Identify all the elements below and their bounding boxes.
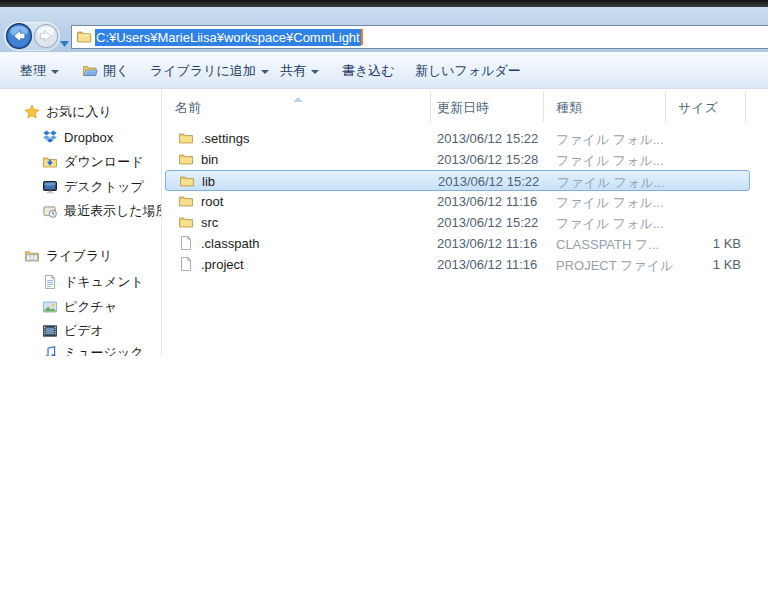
- chevron-down-icon: [261, 70, 269, 74]
- chevron-down-icon: [60, 41, 69, 47]
- burn-button[interactable]: 書き込む: [338, 53, 399, 88]
- new-folder-label: 新しいフォルダー: [415, 62, 521, 80]
- burn-label: 書き込む: [342, 62, 395, 80]
- add-to-library-label: ライブラリに追加: [150, 62, 256, 80]
- column-divider[interactable]: [665, 91, 666, 122]
- recent-places-label: 最近表示した場所: [64, 202, 162, 220]
- file-name: .classpath: [201, 236, 260, 251]
- file-date: 2013/06/12 11:16: [437, 257, 537, 272]
- sidebar-item-recent-places[interactable]: 最近表示した場所: [42, 201, 162, 221]
- table-row-src[interactable]: src 2013/06/12 15:22 ファイル フォル...: [165, 212, 750, 233]
- libraries-label: ライブラリ: [46, 247, 113, 265]
- open-folder-icon: [82, 63, 98, 79]
- column-divider[interactable]: [430, 91, 431, 122]
- organize-label: 整理: [20, 62, 46, 80]
- pictures-icon: [42, 299, 58, 315]
- file-size: 1 KB: [660, 236, 741, 251]
- address-bar[interactable]: C:¥Users¥MarieLiisa¥workspace¥CommLight: [71, 25, 768, 49]
- column-divider[interactable]: [543, 91, 544, 122]
- file-icon: [178, 256, 194, 272]
- file-date: 2013/06/12 15:22: [437, 131, 538, 146]
- downloads-label: ダウンロード: [64, 153, 144, 171]
- recent-pages-dropdown[interactable]: [60, 33, 69, 51]
- address-folder-icon: [76, 29, 92, 45]
- file-type: ファイル フォル...: [557, 174, 665, 192]
- video-icon: [42, 323, 58, 339]
- explorer-window: C:¥Users¥MarieLiisa¥workspace¥CommLight …: [0, 0, 768, 356]
- dropbox-label: Dropbox: [64, 130, 113, 145]
- sidebar-item-documents[interactable]: ドキュメント: [42, 272, 144, 292]
- videos-label: ビデオ: [64, 322, 104, 340]
- documents-label: ドキュメント: [64, 273, 144, 291]
- recent-places-icon: [42, 203, 58, 219]
- share-button[interactable]: 共有: [276, 53, 323, 88]
- file-type: ファイル フォル...: [556, 131, 664, 149]
- file-size: 1 KB: [660, 257, 741, 272]
- address-path-text[interactable]: C:¥Users¥MarieLiisa¥workspace¥CommLight: [95, 29, 361, 46]
- file-name: bin: [201, 152, 218, 167]
- window-title-strip: [0, 0, 768, 7]
- column-header-type[interactable]: 種類: [556, 99, 582, 117]
- file-date: 2013/06/12 15:22: [437, 215, 538, 230]
- column-header-name[interactable]: 名前: [175, 99, 201, 117]
- music-label: ミュージック: [64, 344, 144, 356]
- chevron-down-icon: [311, 70, 319, 74]
- text-caret: [361, 29, 363, 45]
- file-date: 2013/06/12 11:16: [437, 236, 537, 251]
- file-type: ファイル フォル...: [556, 194, 664, 212]
- desktop-label: デスクトップ: [64, 178, 144, 196]
- sidebar-item-videos[interactable]: ビデオ: [42, 321, 104, 341]
- sidebar-item-pictures[interactable]: ピクチャ: [42, 297, 117, 317]
- file-name: root: [201, 194, 223, 209]
- column-header-date[interactable]: 更新日時: [437, 99, 489, 117]
- command-toolbar: 整理 開く ライブラリに追加 共有: [0, 52, 768, 89]
- explorer-screenshot: C:¥Users¥MarieLiisa¥workspace¥CommLight …: [0, 0, 768, 614]
- sidebar-section-libraries[interactable]: ライブラリ: [24, 246, 113, 266]
- file-name: src: [201, 215, 218, 230]
- open-button[interactable]: 開く: [78, 53, 133, 88]
- sidebar-item-dropbox[interactable]: Dropbox: [42, 127, 113, 147]
- favorites-label: お気に入り: [46, 103, 112, 121]
- navigation-bar: C:¥Users¥MarieLiisa¥workspace¥CommLight: [0, 7, 768, 52]
- folder-icon: [178, 130, 194, 146]
- forward-button[interactable]: [33, 23, 59, 53]
- new-folder-button[interactable]: 新しいフォルダー: [411, 53, 525, 88]
- table-row-project[interactable]: .project 2013/06/12 11:16 PROJECT ファイル 1…: [165, 254, 750, 275]
- file-type: ファイル フォル...: [556, 215, 664, 233]
- folder-icon: [178, 193, 194, 209]
- file-list-pane: 名前 更新日時 種類 サイズ .settings 2013/06/12 15:2…: [162, 89, 768, 356]
- table-row-settings[interactable]: .settings 2013/06/12 15:22 ファイル フォル...: [165, 128, 750, 149]
- folder-icon: [178, 214, 194, 230]
- sidebar-item-downloads[interactable]: ダウンロード: [42, 152, 144, 172]
- organize-button[interactable]: 整理: [16, 53, 63, 88]
- forward-arrow-icon: [33, 23, 59, 49]
- sidebar-item-desktop[interactable]: デスクトップ: [42, 177, 144, 197]
- table-row-classpath[interactable]: .classpath 2013/06/12 11:16 CLASSPATH フ.…: [165, 233, 750, 254]
- download-folder-icon: [42, 154, 58, 170]
- desktop-icon: [42, 179, 58, 195]
- column-header-size[interactable]: サイズ: [678, 99, 718, 117]
- add-to-library-button[interactable]: ライブラリに追加: [146, 53, 273, 88]
- sidebar-section-favorites[interactable]: お気に入り: [24, 102, 112, 122]
- folder-icon: [178, 151, 194, 167]
- column-divider[interactable]: [745, 91, 746, 122]
- star-icon: [24, 104, 40, 120]
- table-row-bin[interactable]: bin 2013/06/12 15:28 ファイル フォル...: [165, 149, 750, 170]
- back-arrow-icon: [5, 22, 33, 50]
- sidebar-item-music[interactable]: ミュージック: [42, 343, 144, 356]
- navigation-pane: お気に入り Dropbox: [0, 89, 162, 356]
- file-name: lib: [202, 174, 215, 189]
- file-icon: [178, 235, 194, 251]
- column-headers: 名前 更新日時 種類 サイズ: [162, 89, 768, 124]
- document-icon: [42, 274, 58, 290]
- folder-icon: [179, 173, 195, 189]
- chevron-down-icon: [51, 70, 59, 74]
- back-button[interactable]: [5, 22, 33, 54]
- table-row-root[interactable]: root 2013/06/12 11:16 ファイル フォル...: [165, 191, 750, 212]
- sort-ascending-icon: [293, 90, 303, 105]
- file-date: 2013/06/12 15:22: [438, 174, 539, 189]
- file-type: ファイル フォル...: [556, 152, 664, 170]
- file-type: CLASSPATH フ...: [556, 236, 659, 254]
- table-row-lib-selected[interactable]: lib 2013/06/12 15:22 ファイル フォル...: [165, 170, 750, 191]
- music-note-icon: [42, 345, 58, 356]
